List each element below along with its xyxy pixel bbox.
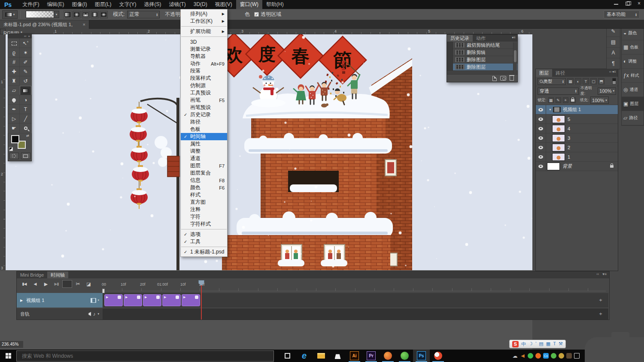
monitor-tray-icon[interactable]: [574, 353, 580, 359]
document-tab[interactable]: 未标题-1.psd @ 236% (视频组 1, RGB/8) * ×: [0, 20, 89, 29]
video-clip[interactable]: ▶: [162, 294, 181, 306]
spot-healing-brush-tool-button[interactable]: ✚: [8, 67, 20, 76]
window-menu-item[interactable]: 样式 ▶: [181, 191, 227, 199]
menu-item[interactable]: 3D(D): [190, 0, 211, 9]
history-state-row[interactable]: 删除图层: [447, 56, 517, 63]
clipboard-icon[interactable]: ▦: [546, 341, 550, 347]
video-clip[interactable]: ▶: [124, 294, 142, 306]
screen-mode-button[interactable]: [21, 153, 30, 159]
layer-row[interactable]: ▼ 5: [536, 115, 618, 124]
antivirus-shield-tray-icon[interactable]: [528, 353, 533, 359]
close-panel-icon[interactable]: ×: [28, 34, 30, 38]
lock-transparent-icon[interactable]: ▦: [548, 97, 554, 103]
play-button[interactable]: [41, 280, 51, 288]
rectangular-marquee-tool-button[interactable]: [8, 39, 20, 48]
window-menu-item[interactable]: 通道 ▶: [181, 155, 227, 162]
dark-app-tray-icon[interactable]: [566, 353, 572, 359]
layer-row[interactable]: ▼ 1: [536, 152, 618, 162]
window-menu-item[interactable]: 时间轴 ▶: [181, 133, 227, 140]
filter-toggle-icon[interactable]: [612, 78, 616, 84]
photoshop-app-icon[interactable]: Ps: [413, 350, 430, 362]
lock-all-icon[interactable]: [570, 97, 576, 103]
windows-store-app-icon[interactable]: [329, 350, 346, 362]
menu-item[interactable]: 选择(S): [140, 0, 165, 9]
tab-mini-bridge[interactable]: Mini Bridge: [17, 272, 47, 278]
window-menu-item[interactable]: ▶: [181, 229, 227, 229]
tab-history[interactable]: 历史记录: [447, 35, 473, 42]
visibility-toggle[interactable]: [536, 105, 546, 115]
timeline-ruler[interactable]: 0010f20f01:00f10f20f: [101, 280, 606, 291]
styles-panel-button[interactable]: ƒx 样式: [622, 69, 644, 83]
go-to-start-button[interactable]: [19, 280, 29, 288]
window-menu-item[interactable]: 注释 ▶: [181, 206, 227, 213]
eyedropper-tool-button[interactable]: ✐: [20, 57, 31, 67]
next-frame-button[interactable]: [52, 280, 61, 288]
tab-layers[interactable]: 图层: [536, 69, 552, 77]
window-menu-item[interactable]: 段落样式 ▶: [181, 75, 227, 82]
layer-row[interactable]: ▼ 背景: [536, 162, 618, 171]
diamond-gradient-button[interactable]: [100, 11, 108, 18]
half-moon-icon[interactable]: ☽: [529, 341, 533, 347]
audio-track-header[interactable]: 音轨 ♪▾: [17, 308, 103, 320]
path-selection-tool-button[interactable]: ▷: [8, 114, 20, 124]
window-menu-item[interactable]: 字符样式 ▶: [181, 220, 227, 228]
filter-type-layers-icon[interactable]: T: [583, 78, 589, 84]
visibility-toggle[interactable]: [536, 133, 546, 143]
window-menu-item[interactable]: 直方图 ▶: [181, 199, 227, 206]
panel-menu-icon[interactable]: ›› ▾≡: [608, 69, 618, 77]
history-state-row[interactable]: 裁切剪辑的结尾: [447, 42, 517, 49]
adjustments-panel-button[interactable]: ◐ 调整: [622, 54, 644, 69]
window-menu-item[interactable]: 属性 ▶: [181, 140, 227, 148]
collapse-icon[interactable]: ‹‹: [596, 272, 599, 278]
window-menu-item[interactable]: 动作 Alt+F9 ▶: [181, 60, 227, 67]
menu-item[interactable]: 文件(F): [18, 0, 43, 9]
history-source-well[interactable]: [447, 63, 453, 71]
transition-button[interactable]: [84, 280, 94, 288]
panel-menu-icon[interactable]: ▾≡: [510, 35, 517, 42]
window-menu-item[interactable]: 历史记录 ▶: [181, 111, 227, 118]
panel-menu-icon[interactable]: ▾≡: [602, 272, 607, 278]
window-menu-item[interactable]: 画笔 F5 ▶: [181, 97, 227, 104]
layer-row[interactable]: ▼ 4: [536, 124, 618, 133]
expand-arrow-icon[interactable]: ▼: [549, 108, 552, 111]
swap-colors-icon[interactable]: ⇄: [26, 134, 29, 138]
lock-move-icon[interactable]: ＋: [563, 97, 568, 103]
gradient-tool-button[interactable]: [20, 86, 31, 95]
window-menu-item[interactable]: 导航器 ▶: [181, 53, 227, 60]
skin-icon[interactable]: T: [553, 341, 556, 347]
tab-actions[interactable]: 动作: [473, 35, 489, 42]
lasso-tool-button[interactable]: ϱ: [8, 48, 20, 57]
menu-item[interactable]: 视图(V): [211, 0, 236, 9]
layer-blend-mode-select[interactable]: 穿透▴▾: [538, 87, 579, 95]
window-menu-item[interactable]: 工作区(K) ▶: [181, 18, 227, 25]
visibility-toggle[interactable]: [536, 124, 546, 133]
visibility-toggle[interactable]: [536, 152, 546, 162]
chinese-mode-icon[interactable]: 中: [521, 341, 526, 347]
split-at-playhead-button[interactable]: [73, 280, 83, 288]
linear-gradient-button[interactable]: [64, 11, 72, 18]
game-green-app-icon[interactable]: [396, 350, 413, 362]
previous-frame-button[interactable]: [30, 280, 40, 288]
window-menu-item[interactable]: ▶: [181, 36, 227, 37]
clone-stamp-tool-button[interactable]: ♜: [8, 76, 20, 86]
toolbox-icon[interactable]: ⚒: [559, 341, 563, 347]
chevron-down-icon[interactable]: ▾: [97, 312, 99, 316]
add-video-media-button[interactable]: ＋: [598, 296, 603, 304]
move-tool-button[interactable]: ↖: [20, 39, 31, 48]
window-menu-item[interactable]: 路径 ▶: [181, 118, 227, 126]
visibility-toggle[interactable]: [536, 162, 546, 171]
reflected-gradient-button[interactable]: [91, 11, 99, 18]
tab-paths[interactable]: 路径: [552, 69, 568, 77]
add-audio-button[interactable]: ＋: [598, 310, 603, 317]
snapshot-camera-button[interactable]: [500, 76, 506, 81]
task-view-app-icon[interactable]: [279, 350, 296, 362]
edge-app-icon[interactable]: e: [296, 350, 313, 362]
layer-row[interactable]: ▼ 视频组 1: [536, 105, 618, 115]
default-colors-icon[interactable]: [9, 147, 13, 151]
frame-options-icon[interactable]: [91, 298, 96, 303]
minimize-icon[interactable]: [614, 1, 619, 6]
restore-icon[interactable]: [626, 1, 631, 6]
window-menu-item[interactable]: 工具预设 ▶: [181, 89, 227, 97]
visibility-toggle[interactable]: [536, 143, 546, 152]
window-menu-item[interactable]: 选项 ▶: [181, 231, 227, 238]
